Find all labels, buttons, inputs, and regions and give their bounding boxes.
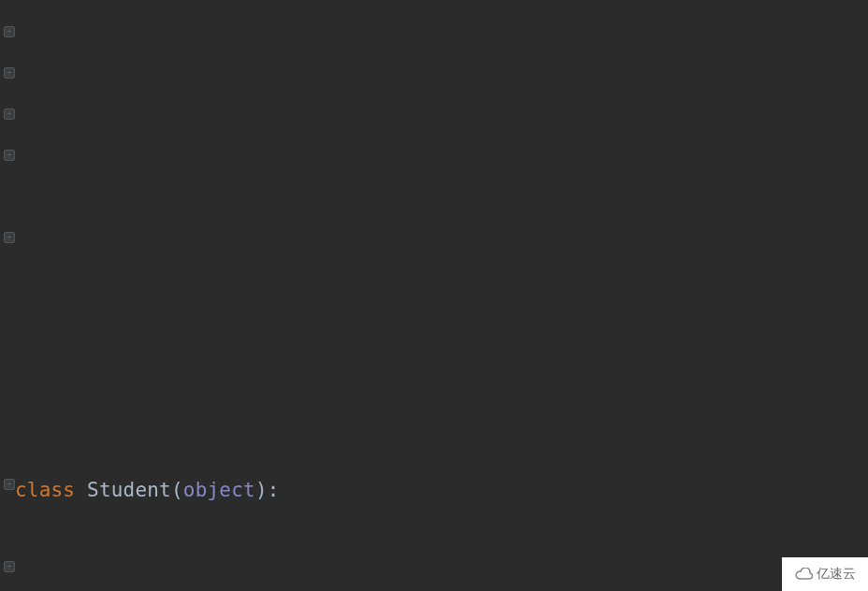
fold-marker-icon[interactable] <box>4 150 15 161</box>
fold-marker-icon[interactable] <box>4 561 15 572</box>
punct: ): <box>255 479 280 501</box>
punct: ( <box>171 479 183 501</box>
code-line: class Student(object): <box>15 469 868 511</box>
keyword-class: class <box>15 479 87 501</box>
fold-marker-icon[interactable] <box>4 26 15 37</box>
fold-marker-icon[interactable] <box>4 108 15 120</box>
builtin-object: object <box>183 479 255 501</box>
fold-marker-icon[interactable] <box>4 232 15 243</box>
fold-marker-icon[interactable] <box>4 479 15 490</box>
code-editor[interactable]: class Student(object): def __init__(self… <box>0 0 868 591</box>
fold-marker-icon[interactable] <box>4 67 15 79</box>
watermark-text: 亿速云 <box>817 566 856 583</box>
watermark-badge: 亿速云 <box>782 557 868 591</box>
class-name: Student <box>87 479 171 501</box>
cloud-icon <box>794 568 813 581</box>
